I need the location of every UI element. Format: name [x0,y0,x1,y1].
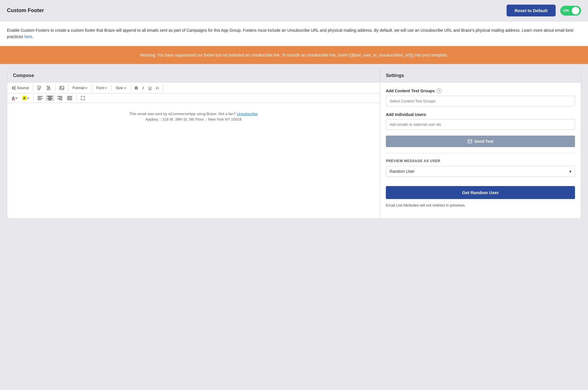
compose-panel: Compose Source [7,69,380,218]
separator8 [33,95,34,101]
separator9 [76,95,77,101]
reset-to-default-button[interactable]: Reset to Default [507,5,556,16]
editor-line1: This email was sent by eCommerceApp usin… [13,112,374,116]
underline-button[interactable]: U [147,84,153,91]
format-label: Format [72,86,84,90]
strikethrough-label: I [156,86,157,90]
image-icon [59,86,64,90]
font-color-chevron-icon [15,97,18,99]
separator2 [55,85,55,91]
settings-divider [386,153,575,153]
svg-rect-22 [67,100,72,100]
svg-rect-10 [38,100,41,100]
source-button[interactable]: Source [10,85,31,91]
separator4 [92,85,92,91]
separator3 [68,85,68,91]
link-icon [37,86,42,90]
content-test-groups-input[interactable] [386,96,575,106]
individual-users-input[interactable] [386,119,575,130]
source-icon [12,86,16,90]
font-color-button[interactable]: A [10,95,19,102]
toggle-knob [572,7,579,14]
toolbar-row1: Source [7,82,380,93]
source-label: Source [17,86,29,90]
size-chevron-icon [124,87,126,89]
individual-users-section: Add Individual Users [386,112,575,130]
toggle-label: ON [563,8,569,13]
unlink-button[interactable] [45,85,53,91]
link-button[interactable] [36,85,44,91]
content-test-groups-label: Add Content Test Groups ? [386,88,575,93]
bg-color-chevron-icon [27,97,29,99]
send-test-button[interactable]: Send Test [386,136,575,147]
fullscreen-icon [81,96,85,100]
compose-panel-header: Compose [7,69,380,82]
random-user-select-wrapper: Random User ▾ [386,166,575,177]
font-color-icon: A [12,96,15,100]
font-chevron-icon [104,87,107,89]
settings-panel: Settings Add Content Test Groups ? Add I… [380,69,581,218]
header: Custom Footer Reset to Default ON [0,0,588,21]
separator7 [163,85,163,91]
svg-rect-0 [12,87,13,89]
individual-users-label: Add Individual Users [386,112,575,117]
page-title: Custom Footer [7,7,44,14]
svg-rect-19 [67,96,72,97]
svg-rect-16 [59,97,62,98]
header-actions: Reset to Default ON [507,5,581,16]
format-dropdown[interactable]: Format [71,85,90,91]
random-user-select[interactable]: Random User [386,166,575,177]
bg-color-button[interactable]: A [21,95,31,102]
separator1 [33,85,33,91]
custom-footer-toggle[interactable]: ON [560,6,581,16]
strikethrough-sub: x [158,87,159,89]
size-label: Size [116,86,123,90]
align-left-button[interactable] [36,95,44,101]
preview-section: PREVIEW MESSAGE AS USER Random User ▾ [386,159,575,177]
justify-button[interactable] [65,95,74,101]
here-link[interactable]: here [24,34,32,39]
svg-rect-13 [47,98,53,99]
separator5 [111,85,111,91]
editor-line2: Appboy :: 318 W. 39th St, 5th Floor :: N… [13,117,374,121]
svg-rect-1 [14,87,16,87]
editor-area[interactable]: This email was sent by eCommerceApp usin… [7,103,380,218]
info-text: Enable Custom Footers to create a custom… [7,28,573,39]
unsubscribe-link[interactable]: Unsubscribe [237,112,258,116]
fullscreen-button[interactable] [79,95,87,102]
align-center-button[interactable] [46,95,54,101]
strikethrough-button[interactable]: I x [155,85,161,91]
size-dropdown[interactable]: Size [114,85,128,91]
content-test-groups-help-icon[interactable]: ? [436,88,442,93]
svg-rect-17 [57,98,62,99]
warning-text: Warning: You have suppressed our footer … [140,53,448,57]
align-right-icon [57,96,62,100]
warning-banner: Warning: You have suppressed our footer … [0,46,588,64]
svg-rect-9 [38,98,43,99]
svg-rect-23 [468,140,472,143]
envelope-icon [468,139,472,143]
editor-layout: Compose Source [7,69,581,219]
align-right-button[interactable] [55,95,64,101]
settings-body: Add Content Test Groups ? Add Individual… [380,82,581,213]
bg-color-icon: A [22,96,26,100]
svg-rect-8 [38,97,41,98]
justify-icon [67,96,72,100]
bold-button[interactable]: B [133,84,140,91]
svg-rect-2 [14,88,15,88]
editor-line1-text: This email was sent by eCommerceApp usin… [129,112,236,116]
info-suffix: . [32,34,34,39]
unlink-icon [46,86,51,90]
email-list-note: Email List Attributes will not redirect … [386,203,575,207]
svg-rect-14 [48,100,52,100]
italic-button[interactable]: I [141,84,146,91]
font-dropdown[interactable]: Font [94,85,109,91]
info-section: Enable Custom Footers to create a custom… [0,21,588,46]
align-center-icon [47,96,53,100]
get-random-user-button[interactable]: Get Random User [386,186,575,199]
svg-rect-11 [47,96,53,97]
svg-rect-12 [48,97,52,98]
svg-rect-15 [57,96,62,97]
settings-panel-header: Settings [380,69,581,82]
image-button[interactable] [58,85,66,91]
